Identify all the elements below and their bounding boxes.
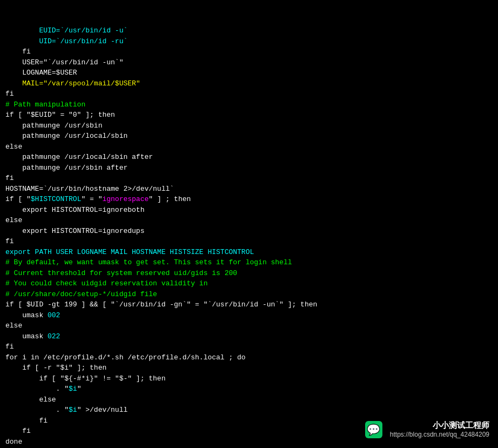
watermark: 💬 小小测试工程师 https://blog.csdn.net/qq_42484…: [365, 420, 489, 438]
code-line: UID=`/usr/bin/id -ru`: [5, 36, 493, 47]
code-line: # By default, we want umask to get set. …: [5, 257, 493, 268]
code-line: if [ "${-#*i}" != "$-" ]; then: [5, 373, 493, 384]
code-line: LOGNAME=$USER: [5, 68, 493, 78]
code-line: umask 002: [5, 310, 493, 321]
code-line: . "$i": [5, 384, 493, 394]
code-line: HOSTNAME=`/usr/bin/hostname 2>/dev/null`: [5, 184, 493, 195]
code-line: else: [5, 320, 493, 331]
code-line: fi: [5, 173, 493, 184]
code-line: if [ "$EUID" = "0" ]; then: [5, 110, 493, 121]
code-line: export HISTCONTROL=ignoreboth: [5, 205, 493, 216]
code-line: MAIL="/var/spool/mail/$USER": [5, 78, 493, 89]
code-line: pathmunge /usr/local/sbin: [5, 131, 493, 142]
code-line: # Current threshold for system reserved …: [5, 268, 493, 279]
code-line: export HISTCONTROL=ignoredups: [5, 226, 493, 237]
code-line: else: [5, 142, 493, 152]
code-line: pathmunge /usr/sbin: [5, 121, 493, 131]
wechat-icon: 💬: [365, 421, 382, 438]
code-line: . "$i" >/dev/null: [5, 405, 493, 416]
code-line: if [ "$HISTCONTROL" = "ignorespace" ] ; …: [5, 194, 493, 205]
code-line: fi: [5, 89, 493, 99]
code-lines: EUID=`/usr/bin/id -u` UID=`/usr/bin/id -…: [5, 25, 493, 448]
code-line: EUID=`/usr/bin/id -u`: [5, 25, 493, 36]
watermark-url: https://blog.csdn.net/qq_42484209: [390, 431, 489, 438]
code-line: if [ $UID -gt 199 ] && [ "`/usr/bin/id -…: [5, 299, 493, 310]
code-editor: EUID=`/usr/bin/id -u` UID=`/usr/bin/id -…: [0, 0, 498, 448]
code-line: for i in /etc/profile.d/*.sh /etc/profil…: [5, 352, 493, 363]
code-line: pathmunge /usr/sbin after: [5, 163, 493, 173]
code-line: else: [5, 215, 493, 226]
code-line: # You could check uidgid reservation val…: [5, 278, 493, 289]
code-line: fi: [5, 236, 493, 247]
code-line: USER="`/usr/bin/id -un`": [5, 57, 493, 68]
code-line: # /usr/share/doc/setup-*/uidgid file: [5, 289, 493, 300]
code-line: # Path manipulation: [5, 99, 493, 110]
code-line: umask 022: [5, 331, 493, 342]
code-line: pathmunge /usr/local/sbin after: [5, 152, 493, 163]
code-line: export PATH USER LOGNAME MAIL HOSTNAME H…: [5, 247, 493, 258]
code-line: if [ -r "$i" ]; then: [5, 363, 493, 373]
watermark-name: 小小测试工程师: [390, 420, 489, 431]
code-line: fi: [5, 46, 493, 57]
code-line: else: [5, 394, 493, 405]
code-line: fi: [5, 342, 493, 352]
